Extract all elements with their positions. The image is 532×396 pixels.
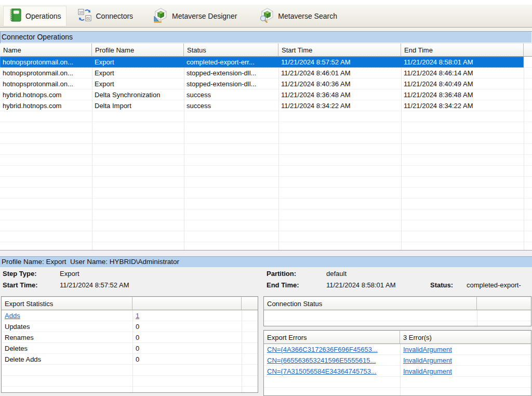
svg-text:10: 10 <box>79 10 84 14</box>
error-cn-link[interactable]: CN={7A315056584E34364745753... <box>267 367 377 375</box>
renames-count: 0 <box>132 334 242 341</box>
cell-name: hybrid.hotnops.com <box>0 91 92 99</box>
cell-end-time: 11/21/2024 8:40:49 AM <box>401 80 524 88</box>
grid-line <box>477 310 477 326</box>
error-type-link[interactable]: InvalidArgument <box>403 367 452 375</box>
cell-name: hybrid.hotnops.com <box>0 102 92 110</box>
tab-operations-label: Operations <box>25 12 61 20</box>
cell-end-time: 11/21/2024 8:58:01 AM <box>401 58 524 66</box>
connection-status-header: Connection Status <box>264 297 531 310</box>
status-label: Status: <box>430 281 453 289</box>
column-header-name[interactable]: Name <box>0 43 92 57</box>
cell-profile: Export <box>92 69 184 77</box>
cell-start-time: 11/21/2024 8:40:36 AM <box>278 80 401 88</box>
tab-connectors-label: Connectors <box>96 12 133 20</box>
export-errors-body: CN={4A366C3172636F696F45653... InvalidAr… <box>264 344 531 395</box>
connection-status-title: Connection Status <box>264 297 477 310</box>
section-title: Connector Operations <box>2 33 73 41</box>
statistics-row: Deletes 0 <box>2 343 258 354</box>
cell-status: success <box>184 91 278 99</box>
profile-summary-bar: Profile Name: Export User Name: HYBRID\A… <box>0 256 532 267</box>
deletes-label: Deletes <box>2 345 132 352</box>
tab-metaverse-search[interactable]: Metaverse Search <box>255 6 342 27</box>
step-details-pane: Profile Name: Export User Name: HYBRID\A… <box>0 250 532 396</box>
cell-name: hotnopsprotonmail.on... <box>0 80 92 88</box>
cell-start-time: 11/21/2024 8:34:22 AM <box>278 102 401 110</box>
end-time-label: End Time: <box>267 281 299 289</box>
cell-profile: Delta Synchronization <box>92 91 184 99</box>
connection-status-body <box>264 310 531 326</box>
column-header-profile-name[interactable]: Profile Name <box>92 43 184 57</box>
export-statistics-body: Adds 1 Updates 0 Renames 0 Deletes 0 Del… <box>2 310 258 392</box>
grid-line <box>132 310 133 392</box>
cell-end-time: 11/21/2024 8:34:22 AM <box>401 102 524 110</box>
tab-metaverse-designer-label: Metaverse Designer <box>172 12 237 20</box>
error-type-link[interactable]: InvalidArgument <box>403 346 452 353</box>
start-time-value: 11/21/2024 8:57:52 AM <box>60 281 129 289</box>
table-row[interactable]: hybrid.hotnops.com Delta Import success … <box>0 100 532 111</box>
connectors-icon: 10 01 <box>78 8 91 23</box>
partition-value: default <box>326 270 347 278</box>
table-body: hotnopsprotonmail.on... Export completed… <box>0 57 532 250</box>
table-row[interactable]: hotnopsprotonmail.on... Export completed… <box>0 57 524 68</box>
export-errors-title: Export Errors <box>264 331 400 344</box>
main-toolbar: Operations 10 01 Connectors <box>0 5 532 28</box>
start-time-label: Start Time: <box>3 281 38 289</box>
export-statistics-panel: Export Statistics Adds 1 Updates 0 Renam… <box>1 296 258 393</box>
metaverse-designer-icon <box>154 8 168 24</box>
header-filler-cell <box>477 297 531 310</box>
cell-profile: Delta Import <box>92 102 184 110</box>
cell-status: stopped-extension-dll... <box>184 69 278 77</box>
tab-connectors[interactable]: 10 01 Connectors <box>73 6 138 27</box>
header-filler-cell <box>242 297 258 310</box>
svg-text:01: 01 <box>87 17 91 20</box>
adds-count-link[interactable]: 1 <box>136 312 139 320</box>
statistics-row: Updates 0 <box>2 321 258 332</box>
cell-profile: Export <box>92 80 184 88</box>
table-row[interactable]: hotnopsprotonmail.on... Export stopped-e… <box>0 78 532 89</box>
export-statistics-header: Export Statistics <box>2 297 258 310</box>
table-row[interactable]: hotnopsprotonmail.on... Export stopped-e… <box>0 68 532 78</box>
statistics-row: Adds 1 <box>2 310 258 321</box>
export-errors-count: 3 Error(s) <box>400 331 531 344</box>
metaverse-search-icon <box>260 8 274 24</box>
cell-name: hotnopsprotonmail.on... <box>0 69 92 77</box>
table-row[interactable]: hybrid.hotnops.com Delta Synchronization… <box>0 89 532 100</box>
window-top-strip <box>0 0 532 5</box>
cell-start-time: 11/21/2024 8:57:52 AM <box>278 58 401 66</box>
partition-label: Partition: <box>267 270 296 278</box>
connector-operations-table: Name Profile Name Status Start Time End … <box>0 43 532 250</box>
statistics-row: Renames 0 <box>2 332 258 343</box>
error-type-link[interactable]: InvalidArgument <box>403 357 452 364</box>
tab-metaverse-designer[interactable]: Metaverse Designer <box>149 6 242 27</box>
grid-line <box>242 310 242 392</box>
adds-link[interactable]: Adds <box>5 312 20 320</box>
column-header-filler <box>524 43 532 57</box>
error-cn-link[interactable]: CN={4A366C3172636F696F45653... <box>267 346 378 353</box>
tab-metaverse-search-label: Metaverse Search <box>278 12 337 20</box>
operations-icon <box>9 8 21 23</box>
delete-adds-count: 0 <box>132 355 242 363</box>
error-cn-link[interactable]: CN={665563653241596E5555615... <box>267 357 376 364</box>
export-errors-panel: Export Errors 3 Error(s) CN={4A366C31726… <box>263 330 531 396</box>
grid-line <box>400 344 401 395</box>
updates-count: 0 <box>132 323 242 331</box>
section-title-bar: Connector Operations <box>0 31 532 43</box>
column-header-status[interactable]: Status <box>184 43 278 57</box>
tab-operations[interactable]: Operations <box>3 6 66 27</box>
toolbar-substrip <box>0 28 532 31</box>
cell-profile: Export <box>92 58 184 66</box>
status-value: completed-export- <box>467 281 521 289</box>
statistics-row: Delete Adds 0 <box>2 354 258 365</box>
connection-status-panel: Connection Status <box>263 296 531 326</box>
cell-status: stopped-extension-dll... <box>184 80 278 88</box>
delete-adds-label: Delete Adds <box>2 355 132 363</box>
deletes-count: 0 <box>132 345 242 352</box>
updates-label: Updates <box>2 323 132 331</box>
step-type-value: Export <box>60 270 79 278</box>
cell-name: hotnopsprotonmail.on... <box>0 58 92 66</box>
cell-status: success <box>184 102 278 110</box>
column-header-start-time[interactable]: Start Time <box>278 43 401 57</box>
column-header-end-time[interactable]: End Time <box>401 43 524 57</box>
export-errors-header: Export Errors 3 Error(s) <box>264 331 531 344</box>
